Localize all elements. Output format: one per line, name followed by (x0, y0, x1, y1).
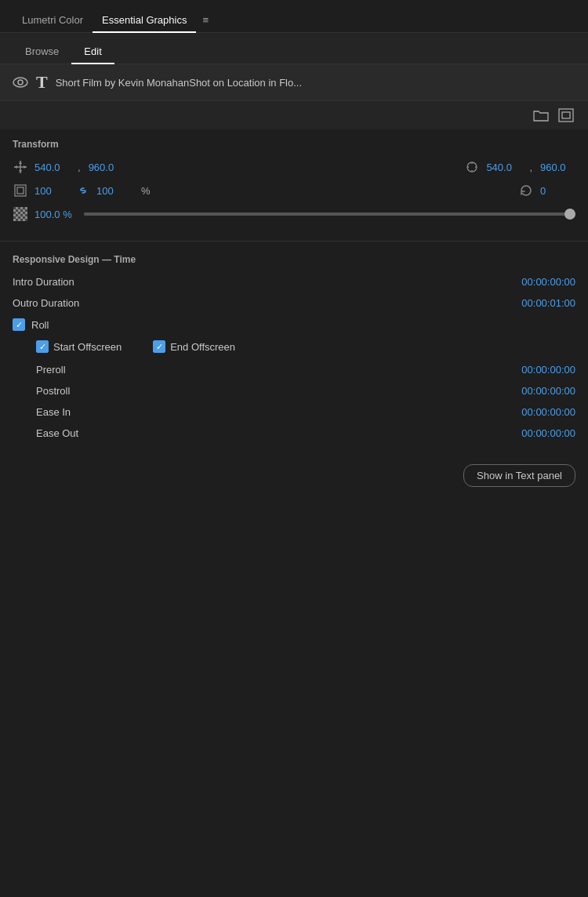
postroll-value[interactable]: 00:00:00:00 (521, 385, 575, 397)
transform-section: Transform 540.0 , 960.0 (0, 129, 588, 238)
postroll-label: Postroll (36, 385, 70, 397)
outro-duration-label: Outro Duration (13, 297, 79, 309)
svg-rect-2 (559, 109, 573, 122)
intro-duration-row: Intro Duration 00:00:00:00 (13, 276, 575, 288)
offscreen-checkboxes: ✓ Start Offscreen ✓ End Offscreen (13, 340, 575, 353)
scale-icon (13, 183, 28, 198)
scale-unit: % (141, 185, 151, 197)
preroll-row: Preroll 00:00:00:00 (13, 364, 575, 376)
link-scale-icon[interactable] (76, 183, 90, 198)
roll-label: Roll (31, 319, 49, 331)
end-offscreen-label: End Offscreen (170, 341, 235, 353)
visibility-toggle[interactable] (13, 74, 28, 90)
rotate-icon (518, 183, 534, 198)
svg-point-0 (13, 78, 27, 87)
layer-type-text-icon: T (36, 72, 48, 93)
svg-marker-9 (24, 165, 27, 169)
tab-essential-graphics[interactable]: Essential Graphics (93, 8, 196, 32)
intro-duration-label: Intro Duration (13, 276, 74, 288)
position-row: 540.0 , 960.0 540.0 , 960.0 (13, 159, 575, 175)
roll-checkbox[interactable]: ✓ (13, 318, 25, 331)
toolbar (0, 101, 588, 129)
svg-rect-16 (17, 187, 24, 194)
opacity-value[interactable]: 100.0 % (34, 209, 78, 220)
ease-out-value[interactable]: 00:00:00:00 (521, 427, 575, 439)
opacity-slider[interactable] (84, 212, 575, 216)
ease-out-label: Ease Out (36, 427, 78, 439)
ease-in-label: Ease In (36, 406, 71, 418)
roll-row: ✓ Roll (13, 318, 575, 331)
svg-marker-8 (14, 165, 17, 169)
sub-tab-bar: Browse Edit (0, 33, 588, 64)
scale-h[interactable]: 100 (96, 185, 132, 197)
anchor-y[interactable]: 960.0 (540, 162, 575, 173)
section-divider (0, 241, 588, 242)
start-offscreen-label: Start Offscreen (53, 341, 122, 353)
folder-icon[interactable] (532, 107, 550, 123)
show-text-panel-button[interactable]: Show in Text panel (463, 464, 575, 487)
end-offscreen-container[interactable]: ✓ End Offscreen (153, 340, 235, 353)
outro-duration-row: Outro Duration 00:00:01:00 (13, 297, 575, 309)
opacity-row: 100.0 % (13, 206, 575, 222)
svg-rect-3 (562, 112, 570, 118)
tab-lumetri-color[interactable]: Lumetri Color (13, 8, 93, 32)
start-offscreen-container[interactable]: ✓ Start Offscreen (36, 340, 122, 353)
ease-out-row: Ease Out 00:00:00:00 (13, 427, 575, 439)
rotation-value[interactable]: 0 (540, 185, 575, 197)
opacity-icon (13, 206, 28, 222)
anchor-icon (464, 159, 480, 175)
responsive-design-title: Responsive Design — Time (13, 254, 575, 265)
end-offscreen-checkbox[interactable]: ✓ (153, 340, 165, 353)
position-x[interactable]: 540.0 (34, 162, 70, 173)
ease-in-row: Ease In 00:00:00:00 (13, 406, 575, 418)
preroll-value[interactable]: 00:00:00:00 (521, 364, 575, 376)
opacity-thumb[interactable] (564, 209, 575, 220)
tab-edit[interactable]: Edit (71, 39, 114, 64)
layer-name[interactable]: Short Film by Kevin MonahanShot on Locat… (56, 77, 575, 89)
layer-row: T Short Film by Kevin MonahanShot on Loc… (0, 64, 588, 101)
top-tab-bar: Lumetri Color Essential Graphics ≡ (0, 0, 588, 33)
position-y[interactable]: 960.0 (89, 162, 124, 173)
outro-duration-value[interactable]: 00:00:01:00 (521, 297, 575, 309)
scale-row: 100 100 % 0 (13, 183, 575, 198)
intro-duration-value[interactable]: 00:00:00:00 (521, 276, 575, 288)
anchor-x[interactable]: 540.0 (486, 162, 521, 173)
responsive-design-section: Responsive Design — Time Intro Duration … (0, 245, 588, 458)
transform-title: Transform (13, 139, 575, 150)
scale-w[interactable]: 100 (34, 185, 70, 197)
move-icon (13, 159, 28, 175)
ease-in-value[interactable]: 00:00:00:00 (521, 406, 575, 418)
preroll-label: Preroll (36, 364, 66, 376)
align-icon[interactable] (557, 107, 575, 123)
tab-browse[interactable]: Browse (13, 39, 71, 64)
panel-menu-icon[interactable]: ≡ (199, 8, 212, 32)
svg-marker-6 (19, 161, 22, 164)
svg-point-1 (18, 80, 23, 85)
svg-rect-15 (15, 185, 26, 196)
show-text-panel-area: Show in Text panel (0, 458, 588, 499)
postroll-row: Postroll 00:00:00:00 (13, 385, 575, 397)
svg-marker-7 (19, 170, 22, 173)
start-offscreen-checkbox[interactable]: ✓ (36, 340, 49, 353)
